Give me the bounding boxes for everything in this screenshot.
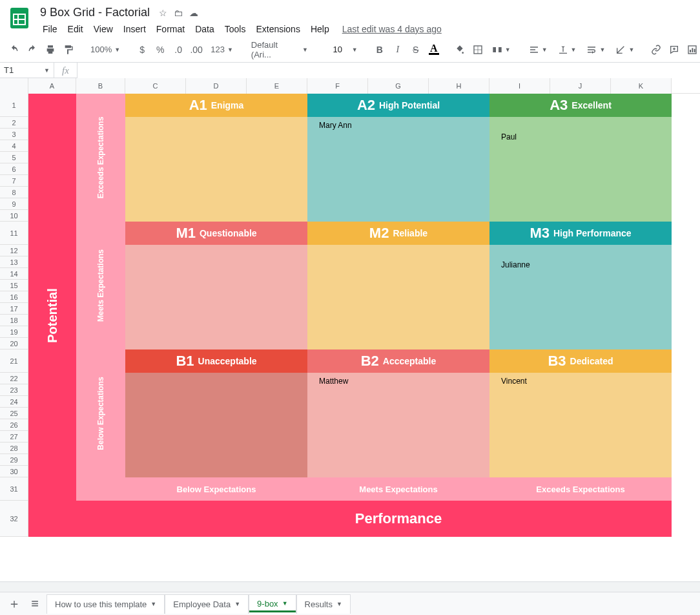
axis-potential-below[interactable]: Below Expectations (76, 349, 125, 477)
box-header-A3[interactable]: A3 Excellent (489, 94, 672, 117)
column-header[interactable]: A (28, 78, 76, 94)
axis-potential-exceeds[interactable]: Exceeds Expectations (76, 94, 125, 222)
column-header[interactable]: C (125, 78, 186, 94)
row-header[interactable]: 2 (0, 117, 28, 129)
select-all-corner[interactable] (0, 78, 28, 94)
row-header[interactable]: 28 (0, 443, 28, 454)
box-header-M3[interactable]: M3 High Performance (489, 222, 672, 245)
column-header[interactable]: I (489, 78, 550, 94)
row-header[interactable]: 7 (0, 175, 28, 187)
undo-icon[interactable] (6, 41, 22, 59)
axis-performance[interactable]: Performance (125, 501, 672, 537)
sheet-tab[interactable]: Results▼ (296, 594, 351, 614)
currency-icon[interactable]: $ (134, 41, 150, 59)
row-header[interactable]: 24 (0, 396, 28, 408)
row-header[interactable]: 20 (0, 338, 28, 349)
chart-icon[interactable] (685, 41, 700, 59)
row-header[interactable]: 22 (0, 373, 28, 384)
column-header[interactable]: J (550, 78, 611, 94)
box-header-B2[interactable]: B2 Accceptable (307, 349, 489, 373)
link-icon[interactable] (648, 41, 664, 59)
menu-insert[interactable]: Insert (118, 21, 151, 37)
box-header-M1[interactable]: M1 Questionable (125, 222, 307, 245)
comment-icon[interactable] (666, 41, 682, 59)
more-formats-dropdown[interactable]: 123▼ (207, 41, 237, 59)
star-icon[interactable]: ☆ (159, 8, 167, 18)
row-header[interactable]: 26 (0, 419, 28, 431)
text-color-icon[interactable]: A (426, 41, 442, 59)
row-header[interactable]: 1 (0, 94, 28, 117)
column-header[interactable]: D (186, 78, 247, 94)
menu-edit[interactable]: Edit (63, 21, 88, 37)
axis-potential-meets[interactable]: Meets Expectations (76, 222, 125, 349)
row-header[interactable]: 18 (0, 315, 28, 326)
spreadsheet-grid[interactable]: ABCDEFGHIJK 1234567891011121314151617181… (0, 78, 700, 581)
row-header[interactable]: 8 (0, 187, 28, 198)
menu-tools[interactable]: Tools (220, 21, 251, 37)
sheet-tab[interactable]: 9-box▼ (249, 594, 296, 614)
font-size-dropdown[interactable]: 10▼ (322, 41, 362, 59)
name-box[interactable]: T1▼ (0, 63, 54, 78)
row-header[interactable]: 29 (0, 454, 28, 466)
formula-input[interactable] (77, 63, 700, 78)
column-header[interactable]: K (611, 78, 672, 94)
merge-dropdown[interactable]: ▼ (488, 41, 515, 59)
axis-performance-meets[interactable]: Meets Expectations (307, 477, 489, 501)
menu-file[interactable]: File (37, 21, 63, 37)
bold-icon[interactable]: B (372, 41, 387, 59)
box-body-B3[interactable]: Vincent (489, 373, 672, 477)
menu-help[interactable]: Help (305, 21, 335, 37)
row-header[interactable]: 14 (0, 268, 28, 280)
column-header[interactable]: G (368, 78, 429, 94)
row-header[interactable]: 3 (0, 129, 28, 140)
sheets-logo-icon[interactable] (6, 5, 32, 31)
valign-dropdown[interactable]: ▼ (554, 41, 581, 59)
paint-format-icon[interactable] (61, 41, 76, 59)
axis-performance-exceeds[interactable]: Exceeds Expectations (489, 477, 672, 501)
last-edit-link[interactable]: Last edit was 4 days ago (342, 24, 442, 34)
box-body-B2[interactable]: Matthew (307, 373, 489, 477)
row-header[interactable]: 13 (0, 256, 28, 268)
column-header[interactable]: B (76, 78, 125, 94)
axis-corner2[interactable] (76, 501, 125, 537)
row-header[interactable]: 27 (0, 431, 28, 443)
row-header[interactable]: 17 (0, 303, 28, 315)
box-body-B1[interactable] (125, 373, 307, 477)
print-icon[interactable] (43, 41, 58, 59)
rotate-dropdown[interactable]: ▼ (612, 41, 638, 59)
row-header[interactable]: 5 (0, 152, 28, 163)
row-header[interactable]: 6 (0, 163, 28, 175)
menu-extensions[interactable]: Extensions (251, 21, 305, 37)
fill-color-icon[interactable] (452, 41, 468, 59)
axis-corner[interactable] (76, 477, 125, 501)
menu-format[interactable]: Format (151, 21, 190, 37)
row-header[interactable]: 16 (0, 291, 28, 303)
row-header[interactable]: 15 (0, 280, 28, 291)
row-header[interactable]: 25 (0, 408, 28, 419)
sheet-tab[interactable]: Employee Data▼ (165, 594, 249, 614)
zoom-dropdown[interactable]: 100%▼ (87, 41, 124, 59)
all-sheets-icon[interactable]: ≡ (26, 595, 44, 613)
strikethrough-icon[interactable]: S (408, 41, 424, 59)
font-dropdown[interactable]: Default (Ari...▼ (247, 41, 312, 59)
menu-data[interactable]: Data (190, 21, 220, 37)
box-header-A2[interactable]: A2 High Potential (307, 94, 489, 117)
row-header[interactable]: 21 (0, 349, 28, 373)
row-header[interactable]: 23 (0, 384, 28, 396)
box-body-A3[interactable]: Paul (489, 117, 672, 222)
row-header[interactable]: 19 (0, 326, 28, 338)
row-header[interactable]: 31 (0, 477, 28, 501)
axis-potential[interactable]: Potential (28, 94, 76, 537)
box-header-A1[interactable]: A1 Enigma (125, 94, 307, 117)
doc-title[interactable]: 9 Box Grid - Factorial (37, 5, 152, 20)
cloud-icon[interactable]: ☁ (189, 8, 198, 18)
wrap-dropdown[interactable]: ▼ (582, 41, 609, 59)
menu-view[interactable]: View (88, 21, 118, 37)
row-header[interactable]: 9 (0, 198, 28, 210)
row-header[interactable]: 4 (0, 140, 28, 152)
box-body-M3[interactable]: Julianne (489, 245, 672, 349)
decrease-decimal-icon[interactable]: .0 (170, 41, 186, 59)
box-body-A1[interactable] (125, 117, 307, 222)
halign-dropdown[interactable]: ▼ (525, 41, 551, 59)
row-header[interactable]: 12 (0, 245, 28, 256)
